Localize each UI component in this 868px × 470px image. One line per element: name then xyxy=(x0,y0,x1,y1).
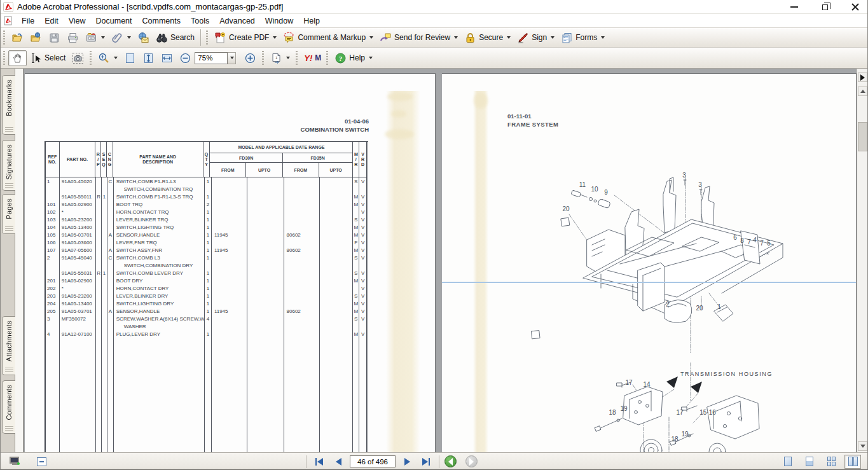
help-dropdown[interactable] xyxy=(369,57,373,59)
single-page-button[interactable] xyxy=(780,455,796,469)
table-row: 291A05-45040CSWITCH,COMB L31SV xyxy=(46,254,366,261)
forms-button[interactable]: Forms xyxy=(558,30,608,46)
actual-size-button[interactable] xyxy=(121,50,139,66)
pane-expand-button[interactable] xyxy=(858,73,867,82)
hand-tool-button[interactable] xyxy=(8,50,27,66)
sign-dropdown[interactable] xyxy=(551,36,555,39)
comment-markup-label: Comment & Markup xyxy=(298,33,366,42)
fit-width-button[interactable] xyxy=(158,50,176,66)
sidebar-tab-signatures[interactable]: Signatures xyxy=(2,140,15,191)
magnifier-icon xyxy=(98,52,110,64)
pdf-page-left[interactable]: 01-04-06 COMBINATION SWITCH REFNO. PART … xyxy=(25,73,435,452)
toolbar-grip[interactable] xyxy=(261,51,265,65)
fit-page-button[interactable] xyxy=(139,50,158,66)
secure-button[interactable]: Secure xyxy=(461,30,514,46)
pdf-page-right[interactable]: 01-11-01 FRAME SYSTEM xyxy=(442,73,856,452)
minimize-button[interactable] xyxy=(787,1,801,13)
sidebar-tab-bookmarks[interactable]: Bookmarks xyxy=(2,75,15,135)
attach-button[interactable] xyxy=(108,30,134,46)
attach-dropdown[interactable] xyxy=(127,36,131,39)
first-page-button[interactable] xyxy=(312,455,327,468)
search-button[interactable]: Search xyxy=(153,30,198,46)
select-tool-button[interactable]: Select xyxy=(27,50,69,66)
menu-help[interactable]: Help xyxy=(298,15,325,27)
section-title: COMBINATION SWITCH xyxy=(301,126,369,133)
next-page-button[interactable] xyxy=(399,455,415,468)
toolbar-grip[interactable] xyxy=(3,31,6,45)
sidebar-tab-pages[interactable]: Pages xyxy=(2,194,15,234)
help-label: Help xyxy=(349,53,365,62)
camera-icon xyxy=(72,52,84,64)
yahoo-toolbar-button[interactable]: Y!M xyxy=(301,52,324,65)
menu-window[interactable]: Window xyxy=(260,15,298,27)
table-row: 10691A05-03600LEVER,FNR TRQ1FV xyxy=(46,238,366,246)
scroll-down-button[interactable] xyxy=(858,441,867,451)
menu-file[interactable]: File xyxy=(17,15,39,27)
collapse-statusbar-icon[interactable] xyxy=(37,457,46,466)
up-arrow-icon xyxy=(860,90,865,93)
continuous-button[interactable] xyxy=(801,455,818,469)
zoom-level-dropdown[interactable] xyxy=(228,52,236,64)
facing-button[interactable] xyxy=(844,455,861,469)
scroll-up-button[interactable] xyxy=(858,86,867,96)
header-upto-2: UPTO xyxy=(319,163,353,177)
organizer-dropdown[interactable] xyxy=(101,36,105,39)
vertical-scrollbar[interactable] xyxy=(857,69,867,452)
comment-markup-dropdown[interactable] xyxy=(369,36,373,39)
sign-button[interactable]: Sign xyxy=(514,30,558,46)
toolbar-grip[interactable] xyxy=(89,51,92,65)
zoom-tool-dropdown[interactable] xyxy=(114,57,118,59)
previous-page-button[interactable] xyxy=(331,455,346,468)
comment-markup-icon xyxy=(283,32,295,44)
menu-edit[interactable]: Edit xyxy=(39,15,64,27)
menu-comments[interactable]: Comments xyxy=(137,15,186,27)
scrollbar-thumb[interactable] xyxy=(858,122,867,151)
document-pane[interactable]: 01-04-06 COMBINATION SWITCH REFNO. PART … xyxy=(24,69,867,452)
print-button[interactable] xyxy=(64,30,82,46)
page-display-dropdown[interactable] xyxy=(286,57,290,59)
toolbar-grip[interactable] xyxy=(205,31,209,45)
sidebar-tab-attachments[interactable]: Attachments xyxy=(2,316,15,375)
save-button[interactable] xyxy=(45,30,64,46)
table-row: 10491A05-13400SWITCH,LIGHTING TRQ1MV xyxy=(46,223,366,231)
previous-view-button[interactable] xyxy=(444,455,457,467)
continuous-facing-button[interactable] xyxy=(823,455,839,469)
menu-document[interactable]: Document xyxy=(91,15,137,27)
close-button[interactable] xyxy=(848,1,862,13)
table-row: SWITCH,COMBINATION TRQ xyxy=(46,185,366,193)
zoom-in-button[interactable] xyxy=(241,50,259,66)
comment-markup-button[interactable]: Comment & Markup xyxy=(280,30,376,46)
help-button[interactable]: ? Help xyxy=(331,50,376,66)
tab-grip xyxy=(5,368,13,373)
secure-dropdown[interactable] xyxy=(507,36,511,39)
snapshot-tool-button[interactable] xyxy=(69,50,87,66)
table-row: 202*HORN,CONTACT DRY1V xyxy=(46,284,366,292)
tab-grip xyxy=(5,226,13,232)
zoom-in-tool-button[interactable] xyxy=(95,50,121,66)
open-web-button[interactable] xyxy=(27,30,45,46)
organizer-button[interactable] xyxy=(82,30,108,46)
menu-view[interactable]: View xyxy=(64,15,91,27)
navigation-pane-splitter[interactable] xyxy=(15,69,24,452)
create-pdf-dropdown[interactable] xyxy=(273,36,277,39)
page-display-button[interactable]: 1 xyxy=(267,50,293,66)
toolbar-grip[interactable] xyxy=(295,51,298,65)
menu-advanced[interactable]: Advanced xyxy=(214,15,260,27)
last-page-button[interactable] xyxy=(418,455,434,468)
page-number-input[interactable] xyxy=(350,455,396,467)
send-for-review-dropdown[interactable] xyxy=(454,36,458,39)
sidebar-tab-comments[interactable]: Comments xyxy=(2,380,15,434)
toolbar-grip[interactable] xyxy=(3,51,6,65)
zoom-out-button[interactable] xyxy=(176,50,195,66)
next-view-button[interactable] xyxy=(465,455,478,467)
online-status-icon[interactable] xyxy=(10,457,20,466)
send-for-review-button[interactable]: Send for Review xyxy=(376,30,461,46)
email-button[interactable] xyxy=(134,30,153,46)
restore-button[interactable] xyxy=(818,1,832,13)
menu-tools[interactable]: Tools xyxy=(186,15,214,27)
zoom-level-input[interactable] xyxy=(195,52,228,64)
create-pdf-button[interactable]: Create PDF xyxy=(211,30,280,46)
open-button[interactable] xyxy=(8,30,27,46)
toolbar-grip[interactable] xyxy=(326,51,329,65)
forms-dropdown[interactable] xyxy=(601,36,605,39)
